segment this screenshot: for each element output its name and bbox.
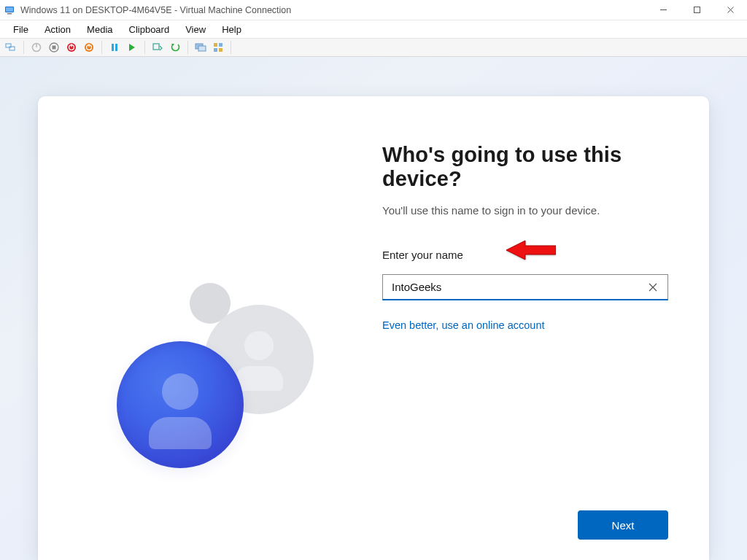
svg-rect-22 [153,44,159,50]
reset-icon[interactable] [125,41,139,54]
svg-marker-21 [129,44,135,51]
svg-rect-1 [6,7,13,12]
next-button[interactable]: Next [578,510,668,540]
svg-rect-27 [219,43,222,47]
enhanced-session-icon[interactable] [194,41,207,54]
minimize-button[interactable] [646,0,680,20]
svg-rect-10 [36,44,37,47]
maximize-button[interactable] [680,0,713,20]
host-menubar: File Action Media Clipboard View Help [0,20,747,38]
svg-rect-2 [7,13,12,15]
name-field-label: Enter your name [382,249,668,261]
checkpoint-icon[interactable] [151,41,164,54]
app-icon [4,4,16,16]
page-title: Who's going to use this device? [382,143,668,191]
start-icon[interactable] [30,41,43,54]
revert-icon[interactable] [169,41,182,54]
menu-view[interactable]: View [178,23,213,36]
share-icon[interactable] [212,41,225,54]
menu-media[interactable]: Media [80,23,120,36]
host-title-text: Windows 11 on DESKTOP-4M64V5E - Virtual … [20,5,291,15]
turnoff-icon[interactable] [47,41,61,54]
close-button[interactable] [713,0,747,20]
clear-input-icon[interactable] [643,275,663,299]
oobe-illustration [79,137,365,502]
name-input-wrapper[interactable] [382,274,668,300]
menu-help[interactable]: Help [214,23,249,36]
oobe-card: Who's going to use this device? You'll u… [38,96,709,560]
host-toolbar [0,38,747,57]
use-online-account-link[interactable]: Even better, use an online account [382,319,668,331]
svg-rect-15 [71,44,71,47]
svg-rect-19 [112,44,114,51]
svg-rect-4 [694,7,700,13]
svg-rect-12 [53,46,56,50]
svg-rect-25 [198,46,206,51]
name-input[interactable] [383,275,667,299]
host-titlebar: Windows 11 on DESKTOP-4M64V5E - Virtual … [0,0,747,20]
ctrl-alt-del-icon[interactable] [4,41,18,54]
svg-rect-20 [115,44,117,51]
svg-rect-26 [214,43,217,47]
menu-file[interactable]: File [6,23,36,36]
save-icon[interactable] [82,41,96,54]
pause-icon[interactable] [108,41,121,54]
vm-display: Who's going to use this device? You'll u… [0,57,747,560]
menu-clipboard[interactable]: Clipboard [122,23,177,36]
svg-rect-29 [219,48,222,52]
svg-rect-28 [214,48,217,52]
page-subtitle: You'll use this name to sign in to your … [382,204,668,217]
menu-action[interactable]: Action [37,23,78,36]
shutdown-icon[interactable] [65,41,78,54]
